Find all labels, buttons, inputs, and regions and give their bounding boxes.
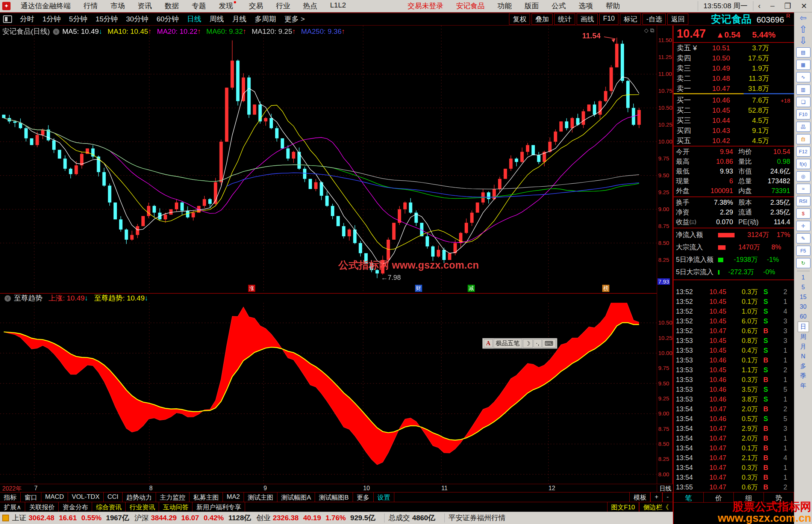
index-quote-0[interactable]: 上证3062.4816.610.55%1967亿: [12, 513, 129, 523]
indicator-tab-8[interactable]: MA2: [223, 492, 244, 502]
corner-button-0[interactable]: 图文F10: [607, 502, 639, 512]
block-tree-icon[interactable]: 品: [796, 122, 810, 132]
period-tab-8[interactable]: 月线: [228, 14, 251, 24]
ime-button-0[interactable]: A: [484, 339, 493, 347]
menu-item-7[interactable]: 交易: [242, 1, 270, 11]
event-marker-减[interactable]: 减: [468, 285, 475, 292]
transaction-row[interactable]: 13:5310.460.1万B1: [674, 355, 794, 365]
transaction-row[interactable]: 13:5310.451.1万S2: [674, 365, 794, 375]
indicator-tab-11[interactable]: 测试幅图B: [315, 492, 353, 502]
indicator-tab-12[interactable]: 更多: [353, 492, 374, 502]
indicator-tab-7[interactable]: 私募主图: [189, 492, 223, 502]
menu-item-4[interactable]: 数据: [158, 1, 185, 11]
menu-item-right-2[interactable]: 公式: [545, 1, 572, 11]
collapse-icon[interactable]: ∨: [53, 29, 59, 35]
menu-item-right-3[interactable]: 选项: [572, 1, 599, 11]
bid-row-5[interactable]: 买五10.424.5万: [674, 136, 794, 146]
transaction-row[interactable]: 13:5410.470.3万B1: [674, 473, 794, 482]
wave-icon[interactable]: ≈: [796, 184, 810, 194]
extension-tab-4[interactable]: 行业资讯: [126, 502, 159, 512]
indicator-tab-13[interactable]: 设置: [374, 492, 394, 502]
tool-button-3[interactable]: 画线: [577, 14, 598, 25]
menu-item-0[interactable]: 通达信金融终端: [14, 1, 77, 11]
ime-button-3[interactable]: ·,: [533, 339, 542, 347]
market-status-icon[interactable]: [2, 515, 9, 521]
menu-item-2[interactable]: 市场: [104, 1, 131, 11]
detail-tab-笔[interactable]: 笔: [674, 492, 704, 502]
menu-item-3[interactable]: 资讯: [131, 1, 158, 11]
menu-item-5[interactable]: 专题: [185, 1, 212, 11]
ask-row-5[interactable]: 卖五 ¥10.513.7万: [674, 43, 794, 53]
ime-button-4[interactable]: ⌨: [542, 339, 556, 348]
period-tab-1[interactable]: 1分钟: [38, 14, 65, 24]
transaction-row[interactable]: 13:5410.472.9万B3: [674, 424, 794, 433]
radar-icon[interactable]: ◎: [796, 171, 810, 181]
indicator-chart[interactable]: [0, 303, 657, 484]
side-period-5[interactable]: 5: [801, 282, 805, 292]
layout-toggle-icon[interactable]: [3, 15, 12, 23]
menu-alert-0[interactable]: 交易未登录: [401, 1, 450, 11]
refresh-icon[interactable]: ↻: [796, 258, 810, 268]
bid-row-4[interactable]: 买四10.439.1万: [674, 125, 794, 136]
template-button-0[interactable]: 模板: [629, 492, 650, 502]
menu-item-6[interactable]: 发现: [212, 1, 242, 11]
extension-tab-3[interactable]: 综合资讯: [92, 502, 126, 512]
tool-button-1[interactable]: 叠加: [532, 14, 553, 25]
rsi-icon[interactable]: RSI: [796, 196, 810, 206]
extension-tab-1[interactable]: 关联报价: [25, 502, 59, 512]
extension-tab-5[interactable]: 互动问答: [159, 502, 192, 512]
scroll-up-icon[interactable]: ⇧: [799, 24, 807, 35]
back-arrow-icon[interactable]: ⇦: [800, 12, 806, 24]
transaction-row[interactable]: 13:5210.470.6万B3: [674, 326, 794, 336]
bid-row-1[interactable]: 买一10.467.6万+18: [674, 95, 794, 105]
transaction-row[interactable]: 13:5510.470.6万B2: [674, 482, 794, 492]
indicator-tab-6[interactable]: 主力监控: [156, 492, 189, 502]
index-quote-1[interactable]: 沪深3844.2916.070.42%1128亿: [134, 513, 251, 523]
f10-icon[interactable]: F10: [796, 109, 810, 119]
index-quote-2[interactable]: 创业2326.3840.191.76%929.5亿: [256, 513, 376, 523]
report-icon[interactable]: ▤: [796, 47, 810, 57]
period-tab-3[interactable]: 15分钟: [91, 14, 122, 24]
tool-button-2[interactable]: 统计: [554, 14, 575, 25]
period-tab-5[interactable]: 60分钟: [152, 14, 183, 24]
menu-item-right-1[interactable]: 版面: [518, 1, 545, 11]
transaction-row[interactable]: 13:5210.450.1万S1: [674, 297, 794, 307]
f5-icon[interactable]: F5: [796, 246, 810, 256]
transaction-row[interactable]: 13:5210.450.3万S2: [674, 287, 794, 297]
side-period-30[interactable]: 30: [800, 302, 807, 312]
transaction-row[interactable]: 13:5410.472.1万B4: [674, 453, 794, 463]
period-tab-6[interactable]: 日线: [183, 14, 206, 24]
tool-button-7[interactable]: 返回: [667, 14, 688, 25]
transaction-row[interactable]: 13:5210.456.0万S3: [674, 316, 794, 326]
menu-item-9[interactable]: 热点: [297, 1, 324, 11]
menu-item-right-4[interactable]: 帮助: [599, 1, 626, 11]
side-period-60[interactable]: 60: [800, 312, 807, 322]
indicator-tab-9[interactable]: 测试主图: [244, 492, 277, 502]
transaction-row[interactable]: 13:5410.472.0万B2: [674, 404, 794, 414]
period-tab-7[interactable]: 周线: [206, 14, 228, 24]
indicator-tab-0[interactable]: 指标: [0, 492, 21, 502]
indicator-tab-1[interactable]: 窗口: [21, 492, 41, 502]
corner-button-1[interactable]: 侧边栏《: [639, 502, 673, 512]
side-period-多[interactable]: 多: [800, 361, 806, 371]
indicator-tab-3[interactable]: VOL-TDX: [68, 492, 104, 502]
menu-item-1[interactable]: 行情: [77, 1, 104, 11]
transaction-row[interactable]: 13:5310.463.5万S5: [674, 385, 794, 394]
transaction-row[interactable]: 13:5210.451.0万S4: [674, 307, 794, 316]
tool-button-0[interactable]: 复权: [509, 14, 530, 25]
tool-button-4[interactable]: F10: [599, 14, 618, 25]
ime-button-2[interactable]: ☽: [523, 339, 533, 348]
template-button-2[interactable]: -: [662, 492, 673, 502]
side-period-月[interactable]: 月: [800, 342, 806, 352]
event-marker-涨[interactable]: 涨: [248, 285, 255, 292]
formula-icon[interactable]: f(x): [796, 159, 810, 169]
trend-line-icon[interactable]: ∿: [796, 72, 810, 82]
scroll-down-icon[interactable]: ⇩: [799, 35, 807, 46]
back-button[interactable]: ‹: [753, 2, 766, 11]
side-period-1[interactable]: 1: [801, 273, 805, 282]
collapse-icon[interactable]: ∨: [5, 295, 11, 302]
transaction-row[interactable]: 13:5410.460.5万S5: [674, 414, 794, 424]
menu-alert-1[interactable]: 安记食品: [450, 1, 491, 11]
ask-row-3[interactable]: 卖三10.491.9万: [674, 63, 794, 73]
news-icon[interactable]: ❏: [796, 97, 810, 107]
